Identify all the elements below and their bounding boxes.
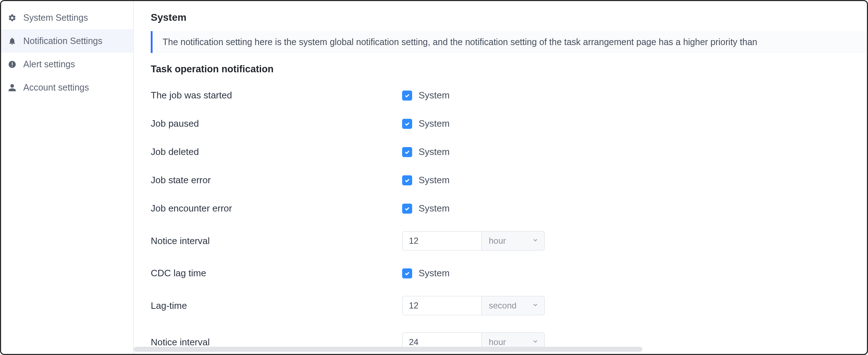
info-banner: The notification setting here is the sys…: [151, 31, 867, 53]
row-job-started: The job was started System: [151, 90, 867, 101]
sidebar-item-notification-settings[interactable]: Notification Settings: [1, 29, 133, 53]
notice-interval-1-input[interactable]: [402, 231, 482, 251]
row-job-encounter-error: Job encounter error System: [151, 203, 867, 214]
main-content: System The notification setting here is …: [134, 1, 867, 354]
form-label: Job paused: [151, 118, 402, 129]
checkbox-label: System: [419, 118, 450, 129]
checkbox-label: System: [419, 175, 450, 186]
svg-rect-1: [12, 62, 13, 65]
checkbox-label: System: [419, 146, 450, 157]
chevron-down-icon: [532, 237, 539, 245]
scrollbar-thumb[interactable]: [134, 347, 642, 352]
checkbox-job-deleted[interactable]: [402, 147, 412, 157]
gear-icon: [8, 13, 17, 23]
form-label: Notice interval: [151, 235, 402, 247]
unit-label: hour: [489, 337, 506, 347]
row-job-state-error: Job state error System: [151, 175, 867, 186]
lag-time-unit-select[interactable]: second: [482, 296, 545, 315]
checkbox-label: System: [419, 268, 450, 279]
row-lag-time: Lag-time second: [151, 296, 867, 315]
form-label: CDC lag time: [151, 268, 402, 279]
user-icon: [8, 83, 17, 92]
unit-label: hour: [489, 236, 506, 246]
unit-label: second: [489, 301, 516, 311]
sidebar-item-label: Alert settings: [23, 59, 75, 69]
sidebar-item-system-settings[interactable]: System Settings: [1, 6, 133, 29]
row-job-paused: Job paused System: [151, 118, 867, 129]
checkbox-job-paused[interactable]: [402, 119, 412, 129]
form-label: Notice interval: [151, 337, 402, 348]
form-label: The job was started: [151, 90, 402, 101]
checkbox-label: System: [419, 203, 450, 214]
alert-icon: [8, 60, 17, 69]
row-cdc-lag: CDC lag time System: [151, 268, 867, 279]
form-label: Job encounter error: [151, 203, 402, 214]
form-label: Job state error: [151, 175, 402, 186]
sidebar-item-alert-settings[interactable]: Alert settings: [1, 53, 133, 76]
checkbox-label: System: [419, 90, 450, 101]
form-label: Job deleted: [151, 146, 402, 157]
sidebar-item-account-settings[interactable]: Account settings: [1, 76, 133, 99]
checkbox-job-encounter-error[interactable]: [402, 204, 412, 214]
lag-time-input[interactable]: [402, 296, 482, 315]
checkbox-job-state-error[interactable]: [402, 175, 412, 185]
bell-icon: [8, 37, 17, 46]
section-title: Task operation notification: [151, 64, 867, 75]
row-notice-interval-1: Notice interval hour: [151, 231, 867, 251]
sidebar-item-label: Account settings: [23, 82, 89, 93]
chevron-down-icon: [532, 338, 539, 346]
horizontal-scrollbar[interactable]: [134, 347, 860, 352]
sidebar: System Settings Notification Settings Al…: [1, 1, 134, 354]
sidebar-item-label: System Settings: [23, 13, 88, 23]
svg-rect-2: [12, 66, 13, 67]
sidebar-item-label: Notification Settings: [23, 36, 102, 46]
page-title: System: [151, 12, 867, 23]
chevron-down-icon: [532, 302, 539, 310]
checkbox-job-started[interactable]: [402, 91, 412, 101]
form-label: Lag-time: [151, 300, 402, 311]
notice-interval-1-unit-select[interactable]: hour: [482, 231, 545, 251]
checkbox-cdc-lag[interactable]: [402, 268, 412, 278]
row-job-deleted: Job deleted System: [151, 146, 867, 157]
